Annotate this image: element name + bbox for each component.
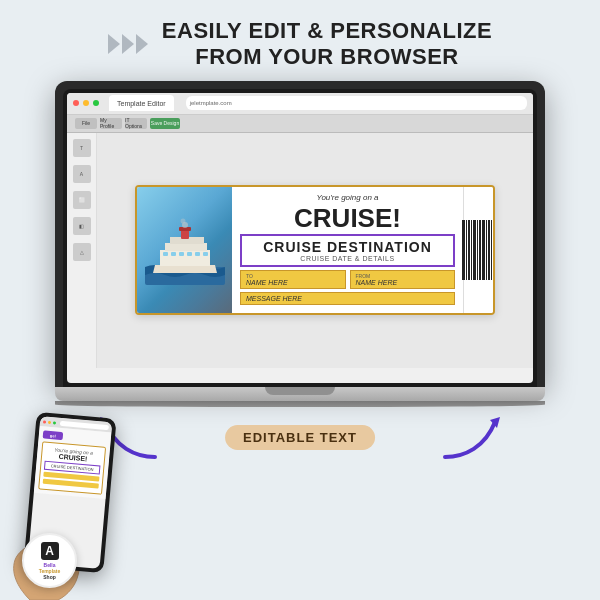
phone-dot-red <box>43 420 46 423</box>
laptop-screen-border: Template Editor jeletmplate.com File My … <box>63 89 537 387</box>
barcode-line <box>479 220 481 280</box>
ticket-main: You're going on a CRUISE! CRUISE DESTINA… <box>232 187 463 313</box>
barcode-line <box>468 220 470 280</box>
toolbar-options-btn[interactable]: IT Options <box>125 118 147 129</box>
svg-rect-6 <box>179 252 184 256</box>
sidebar-templates-icon[interactable]: T <box>73 139 91 157</box>
editor-sidebar: T A ⬜ ◧ △ <box>67 133 97 368</box>
header-text: EASILY EDIT & PERSONALIZE FROM YOUR BROW… <box>162 18 492 71</box>
sidebar-image-icon[interactable]: ⬜ <box>73 191 91 209</box>
toolbar-profile-btn[interactable]: My Profile <box>100 118 122 129</box>
svg-rect-9 <box>203 252 208 256</box>
toolbar-file-btn[interactable]: File <box>75 118 97 129</box>
ship-svg <box>145 215 225 285</box>
sidebar-text-icon[interactable]: A <box>73 165 91 183</box>
phone-logo: gel <box>43 430 64 440</box>
url-bar[interactable]: jeletmplate.com <box>186 96 527 110</box>
ticket-barcode <box>463 187 493 313</box>
browser-dot-green <box>93 100 99 106</box>
chevron-1 <box>108 34 120 54</box>
sidebar-shapes-icon[interactable]: △ <box>73 243 91 261</box>
ticket-destination-box: CRUISE DESTINATION CRUISE DATE & DETAILS <box>240 234 455 267</box>
svg-rect-4 <box>163 252 168 256</box>
page-header: EASILY EDIT & PERSONALIZE FROM YOUR BROW… <box>0 0 600 81</box>
ticket-to-value[interactable]: NAME HERE <box>246 279 340 286</box>
ticket-from-value[interactable]: NAME HERE <box>356 279 450 286</box>
barcode-line <box>473 220 476 280</box>
editable-label-container: EDITABLE TEXT <box>225 425 375 450</box>
svg-rect-5 <box>171 252 176 256</box>
laptop-notch <box>265 387 335 395</box>
brand-name-3: Shop <box>43 574 56 580</box>
chevron-2 <box>122 34 134 54</box>
browser-bar: Template Editor jeletmplate.com <box>67 93 533 115</box>
ticket-from-field: FROM NAME HERE <box>350 270 456 289</box>
barcode-line <box>471 220 472 280</box>
cruise-ticket: You're going on a CRUISE! CRUISE DESTINA… <box>135 185 495 315</box>
arrow-right-svg <box>435 412 515 467</box>
toolbar-row: File My Profile IT Options Save Design <box>67 115 533 133</box>
barcode-line <box>482 220 485 280</box>
arrows-area: EDITABLE TEXT <box>55 407 545 477</box>
phone-dot-green <box>53 421 56 424</box>
barcode-line <box>486 220 487 280</box>
barcode-line <box>493 220 496 280</box>
browser-tab[interactable]: Template Editor <box>109 95 174 111</box>
editor-area: T A ⬜ ◧ △ <box>67 133 533 368</box>
barcode-line <box>466 220 467 280</box>
chevrons-decoration <box>108 34 148 54</box>
barcode-line <box>491 220 492 280</box>
phone-dot-yellow <box>48 420 51 423</box>
barcode-lines <box>462 220 496 280</box>
ticket-cruise-title: CRUISE! <box>240 205 455 231</box>
laptop-body: Template Editor jeletmplate.com File My … <box>55 81 545 387</box>
barcode-line <box>462 220 465 280</box>
ticket-destination-text: CRUISE DESTINATION <box>248 239 447 255</box>
ticket-heading-small: You're going on a <box>240 193 455 202</box>
svg-rect-2 <box>165 243 207 251</box>
ticket-message-field[interactable]: MESSAGE HERE <box>240 292 455 305</box>
sidebar-background-icon[interactable]: ◧ <box>73 217 91 235</box>
svg-rect-8 <box>195 252 200 256</box>
save-design-btn[interactable]: Save Design <box>150 118 180 129</box>
ticket-message-value: MESSAGE HERE <box>246 295 449 302</box>
laptop-screen: Template Editor jeletmplate.com File My … <box>67 93 533 383</box>
barcode-line <box>488 220 490 280</box>
laptop-base <box>55 387 545 401</box>
ticket-fields-row: TO NAME HERE FROM <box>240 270 455 289</box>
svg-rect-7 <box>187 252 192 256</box>
editable-text-label: EDITABLE TEXT <box>225 425 375 450</box>
laptop: Template Editor jeletmplate.com File My … <box>55 81 545 407</box>
phone-content: gel You're going on a CRUISE! CRUISE DES… <box>34 426 112 499</box>
browser-dot-yellow <box>83 100 89 106</box>
ticket-ship-image <box>137 187 232 313</box>
brand-letter: A <box>41 542 59 560</box>
phone-ticket-mini: You're going on a CRUISE! CRUISE DESTINA… <box>38 441 106 494</box>
ticket-date-text: CRUISE DATE & DETAILS <box>248 255 447 262</box>
ticket-to-field: TO NAME HERE <box>240 270 346 289</box>
editor-canvas: You're going on a CRUISE! CRUISE DESTINA… <box>97 133 533 368</box>
chevron-3 <box>136 34 148 54</box>
browser-dot-red <box>73 100 79 106</box>
brand-badge: A Bella Template Shop <box>22 533 77 588</box>
svg-point-13 <box>180 219 185 224</box>
barcode-line <box>477 220 478 280</box>
